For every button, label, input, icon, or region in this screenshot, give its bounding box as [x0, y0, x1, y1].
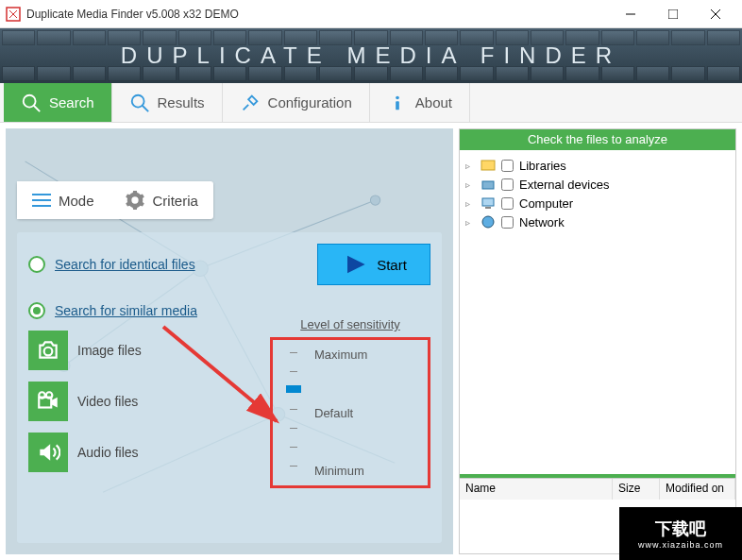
tree-checkbox[interactable] — [501, 160, 514, 172]
svg-line-10 — [142, 105, 147, 110]
tree-node-label: External devices — [519, 178, 609, 192]
subtab-mode[interactable]: Mode — [17, 181, 110, 219]
tab-about-label: About — [415, 94, 452, 110]
svg-point-13 — [44, 348, 53, 356]
file-tree: ▹ Libraries ▹ External devices ▹ Compute… — [460, 150, 735, 474]
tab-configuration-label: Configuration — [268, 94, 352, 110]
sensitivity-min-label: Minimum — [314, 464, 420, 478]
close-button[interactable] — [694, 1, 736, 27]
sensitivity-control: Level of sensitivity Maximum D — [270, 317, 430, 488]
info-icon — [387, 93, 408, 113]
svg-point-21 — [482, 216, 494, 228]
app-banner: DUPLICATE MEDIA FINDER — [0, 28, 742, 83]
sensitivity-title: Level of sensitivity — [270, 317, 430, 331]
tree-node-label: Computer — [519, 196, 573, 211]
tree-checkbox[interactable] — [501, 197, 514, 210]
svg-point-11 — [396, 95, 399, 99]
svg-point-15 — [39, 392, 45, 399]
video-camera-icon — [28, 382, 68, 421]
tab-configuration[interactable]: Configuration — [223, 83, 370, 122]
svg-point-16 — [46, 392, 53, 399]
subtab-mode-label: Mode — [59, 193, 94, 209]
magnifier-icon — [129, 93, 150, 113]
expand-icon[interactable]: ▹ — [465, 198, 475, 209]
tree-node-computer[interactable]: ▹ Computer — [465, 194, 730, 212]
watermark-text: 下载吧 — [655, 518, 706, 540]
tree-checkbox[interactable] — [501, 216, 514, 229]
subtab-criteria[interactable]: Criteria — [110, 181, 213, 219]
tree-node-label: Network — [519, 215, 565, 229]
sensitivity-default-label: Default — [314, 406, 420, 420]
libraries-icon — [481, 158, 496, 173]
window-titlebar: Duplicate Media Finder v5.008 x32 DEMO — [0, 0, 742, 28]
start-button[interactable]: Start — [317, 244, 430, 285]
minimize-button[interactable] — [609, 1, 651, 27]
file-tree-header: Check the files to analyze — [460, 129, 735, 150]
grid-header-modified[interactable]: Modified on — [660, 479, 735, 500]
svg-line-8 — [34, 105, 40, 110]
computer-icon — [481, 195, 496, 211]
radio-identical-label: Search for identical files — [55, 257, 195, 272]
watermark: 下载吧 www.xiazaiba.com — [619, 507, 742, 560]
file-tree-panel: Check the files to analyze ▹ Libraries ▹… — [459, 128, 736, 554]
radio-icon — [28, 256, 45, 273]
media-type-image-label: Image files — [77, 343, 142, 358]
slider-thumb[interactable] — [286, 385, 301, 393]
svg-point-9 — [131, 94, 143, 107]
window-title: Duplicate Media Finder v5.008 x32 DEMO — [26, 8, 609, 21]
tab-search-label: Search — [49, 94, 94, 110]
tab-results[interactable]: Results — [112, 83, 223, 122]
app-icon — [6, 7, 21, 22]
list-icon — [32, 194, 51, 207]
main-tab-bar: Search Results Configuration About — [0, 83, 742, 123]
tree-node-external[interactable]: ▹ External devices — [465, 175, 730, 194]
gear-icon — [125, 190, 145, 211]
expand-icon[interactable]: ▹ — [465, 217, 475, 228]
sensitivity-slider[interactable] — [280, 348, 309, 478]
start-button-label: Start — [377, 257, 407, 273]
watermark-url: www.xiazaiba.com — [638, 540, 723, 550]
maximize-button[interactable] — [651, 1, 694, 27]
speaker-icon — [28, 433, 68, 472]
tools-icon — [240, 93, 261, 113]
svg-rect-12 — [396, 101, 399, 110]
media-type-audio-label: Audio files — [77, 445, 139, 460]
radio-icon — [28, 302, 45, 319]
subtab-criteria-label: Criteria — [153, 193, 198, 209]
grid-header-size[interactable]: Size — [613, 479, 660, 500]
expand-icon[interactable]: ▹ — [465, 179, 475, 190]
banner-title: DUPLICATE MEDIA FINDER — [121, 42, 621, 69]
tree-node-network[interactable]: ▹ Network — [465, 212, 730, 231]
svg-rect-18 — [482, 181, 494, 189]
tree-checkbox[interactable] — [501, 178, 514, 191]
tab-search[interactable]: Search — [4, 83, 112, 122]
search-panel: Mode Criteria Search for identical files… — [6, 128, 453, 554]
drive-icon — [481, 177, 496, 192]
search-options-box: Search for identical files Start Search … — [17, 232, 442, 543]
sensitivity-max-label: Maximum — [314, 348, 420, 362]
svg-rect-19 — [482, 198, 494, 206]
svg-rect-4 — [668, 9, 678, 19]
tree-node-libraries[interactable]: ▹ Libraries — [465, 156, 730, 175]
svg-point-7 — [24, 94, 36, 107]
sub-tab-bar: Mode Criteria — [17, 181, 213, 219]
media-type-video-label: Video files — [77, 394, 138, 409]
tab-results-label: Results — [158, 94, 205, 110]
sensitivity-highlight-box: Maximum Default Minimum — [270, 337, 430, 488]
play-icon — [341, 251, 367, 278]
tab-about[interactable]: About — [370, 83, 470, 122]
svg-rect-20 — [485, 207, 491, 209]
camera-icon — [28, 331, 68, 370]
radio-identical-files[interactable]: Search for identical files — [28, 256, 195, 273]
network-icon — [481, 214, 496, 229]
grid-header-name[interactable]: Name — [460, 479, 613, 500]
svg-rect-17 — [481, 161, 495, 170]
search-icon — [21, 93, 42, 113]
expand-icon[interactable]: ▹ — [465, 161, 475, 171]
tree-node-label: Libraries — [519, 159, 566, 173]
radio-similar-label: Search for similar media — [55, 303, 197, 318]
